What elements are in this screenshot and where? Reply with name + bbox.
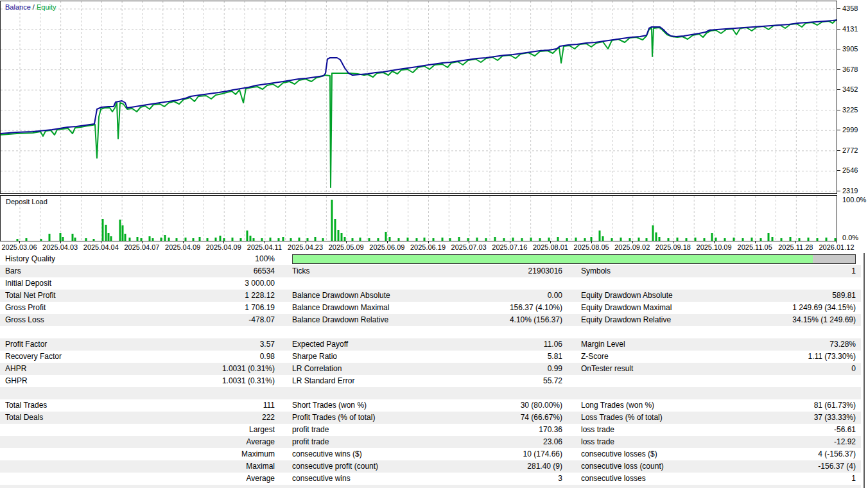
deposit-load-bar — [282, 237, 284, 241]
stat-value: 3.57 — [128, 338, 275, 351]
deposit-load-bar — [369, 238, 370, 241]
x-axis-date-label: 2025.08.01 — [533, 243, 568, 251]
deposit-load-bar — [398, 238, 400, 241]
stat-value: Average — [128, 473, 275, 485]
deposit-load-bar — [141, 238, 143, 241]
table-scrollbar[interactable] — [864, 253, 865, 488]
table-row: Averageprofit trade23.06loss trade-12.92 — [0, 436, 861, 448]
deposit-load-bar — [530, 238, 532, 241]
deposit-axis-bottom-label: 0.0% — [842, 234, 858, 241]
deposit-load-bar — [416, 238, 418, 241]
x-axis-date-label: 2025.10.09 — [697, 243, 732, 251]
chart-legend: Balance / Equity — [5, 3, 56, 11]
deposit-load-bar — [129, 238, 131, 241]
deposit-load-bar — [270, 238, 272, 241]
deposit-load-bar — [751, 238, 753, 241]
stat-value: 0.00 — [408, 290, 562, 302]
stat-value: 1.0031 (0.31%) — [128, 375, 275, 387]
balance-equity-chart[interactable]: Balance / Equity — [0, 1, 837, 194]
deposit-load-bar — [125, 234, 126, 241]
x-axis-date-label: 2025.07.03 — [451, 243, 487, 251]
stat-value: 11.06 — [408, 338, 562, 351]
table-row: Total Trades111Short Trades (won %)30 (8… — [0, 399, 861, 412]
stat-label: Balance Drawdown Absolute — [292, 290, 409, 302]
stat-label: Balance Drawdown Relative — [292, 314, 409, 326]
y-axis-label: 3678 — [842, 65, 858, 73]
y-axis-tick — [837, 150, 840, 151]
x-axis-date-label: 2025.04.09 — [206, 243, 241, 251]
deposit-load-bar — [164, 235, 166, 241]
stat-label: profit trade — [292, 436, 409, 448]
deposit-load-bar — [494, 237, 496, 241]
stat-value: 4 (-156.37) — [679, 448, 856, 460]
deposit-load-bar — [433, 238, 435, 241]
deposit-load-bar — [60, 233, 62, 241]
deposit-load-bar — [424, 238, 426, 241]
deposit-load-bar — [322, 238, 324, 241]
x-axis-date-label: 2025.09.02 — [614, 243, 650, 251]
stat-value: 1 — [679, 473, 856, 485]
x-axis-date-label: 2025.11.05 — [738, 243, 772, 251]
deposit-load-bar — [250, 236, 252, 241]
stat-value: 3 — [408, 473, 562, 485]
stat-label: Bars — [5, 265, 143, 277]
deposit-load-bar — [733, 238, 735, 241]
deposit-load-bar — [652, 225, 654, 241]
y-axis-tick — [837, 170, 840, 171]
deposit-load-bar — [334, 219, 336, 241]
legend-separator: / — [33, 3, 35, 11]
stat-label: consecutive wins ($) — [292, 448, 409, 460]
stat-value: 111 — [128, 399, 275, 412]
deposit-load-bar — [695, 238, 697, 241]
deposit-load-bar — [442, 238, 444, 241]
stat-value: 34.15% (1 249.69) — [679, 314, 856, 326]
deposit-load-bar — [449, 238, 451, 241]
stat-label: Ticks — [292, 265, 409, 277]
deposit-load-chart[interactable]: Deposit Load — [0, 195, 837, 241]
stat-value: 0.99 — [408, 363, 562, 375]
y-axis-tick — [837, 130, 840, 130]
deposit-load-bar — [724, 238, 726, 241]
deposit-load-bar — [341, 233, 343, 241]
stat-label: Profit Trades (% of total) — [292, 412, 409, 424]
table-row: AHPR1.0031 (0.31%)LR Correlation0.99OnTe… — [0, 363, 861, 375]
stat-value: 55.72 — [408, 375, 562, 387]
balance-legend-label: Balance — [5, 3, 31, 11]
deposit-load-bar — [808, 238, 810, 241]
stat-label: Recovery Factor — [5, 351, 143, 363]
table-row: Largestprofit trade170.36loss trade-56.6… — [0, 424, 861, 436]
deposit-load-bar — [385, 232, 387, 241]
history-quality-bar-fill — [293, 255, 813, 263]
deposit-load-bar — [668, 238, 670, 241]
stat-label: Total Deals — [5, 412, 143, 424]
y-axis-tick — [837, 89, 840, 90]
y-axis-tick — [837, 49, 840, 49]
deposit-load-bar — [768, 233, 770, 241]
y-axis-label: 2772 — [842, 146, 858, 154]
deposit-load-bar — [17, 239, 19, 241]
deposit-load-bar — [331, 200, 333, 241]
deposit-load-bar — [467, 238, 469, 241]
deposit-load-bar — [149, 236, 151, 241]
stat-value: 156.37 (4.10%) — [408, 302, 562, 314]
stat-label: consecutive profit (count) — [292, 460, 409, 473]
stat-label: consecutive wins — [292, 473, 409, 485]
deposit-load-bar — [655, 232, 657, 241]
deposit-load-bar — [503, 238, 505, 241]
stat-value: 170.36 — [408, 424, 562, 436]
y-axis-label: 2546 — [842, 166, 858, 174]
deposit-load-bar — [638, 238, 640, 241]
deposit-load-plot — [1, 196, 837, 241]
deposit-load-bar — [602, 236, 604, 241]
x-axis-date-label: 2025.09.18 — [655, 243, 691, 251]
stat-label: History Quality — [5, 253, 143, 265]
deposit-load-bar — [247, 231, 248, 241]
x-axis-date-label: 2025.03.06 — [1, 243, 37, 251]
x-axis-date-label: 2026.01.12 — [819, 243, 854, 251]
deposit-load-bar — [26, 238, 28, 241]
deposit-load-bar — [240, 238, 242, 241]
deposit-load-bar — [476, 238, 478, 241]
deposit-load-bar — [223, 238, 225, 241]
deposit-load-label: Deposit Load — [6, 198, 48, 205]
deposit-load-bar — [646, 238, 648, 241]
